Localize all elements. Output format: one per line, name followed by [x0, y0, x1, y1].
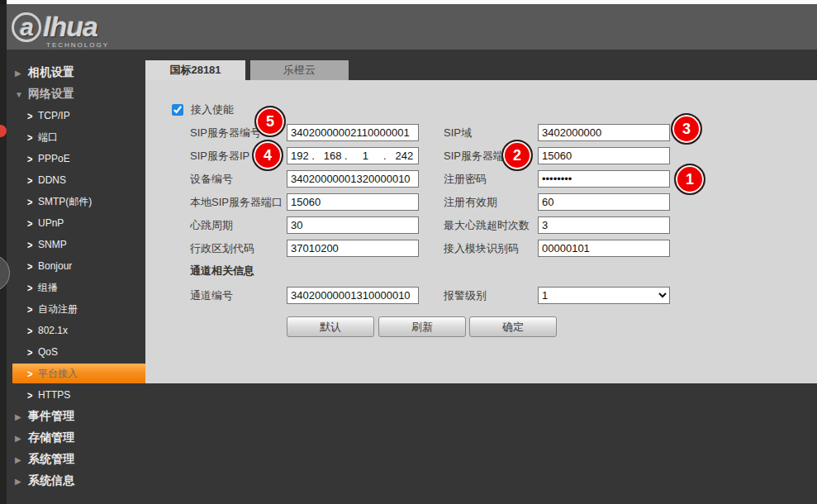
- local-sip-port-label: 本地SIP服务器端口: [190, 193, 283, 211]
- channel-form-row: 通道编号 报警级别 1: [145, 287, 817, 304]
- dahua-logo-text: alhua: [12, 11, 109, 43]
- sip-server-id-label: SIP服务器编号: [190, 124, 261, 141]
- sidebar-item-storage-management[interactable]: ▶ 存储管理: [0, 427, 145, 449]
- tab-gb28181[interactable]: 国标28181: [145, 60, 245, 80]
- expanded-triangle-icon: ▼: [15, 90, 28, 99]
- chevron-right-icon: >: [27, 260, 38, 272]
- channel-id-label: 通道编号: [190, 287, 233, 304]
- sidebar-item-camera-settings[interactable]: ▶ 相机设置: [0, 62, 145, 83]
- chevron-right-icon: >: [27, 389, 38, 401]
- max-heartbeat-timeout-input[interactable]: [538, 216, 670, 234]
- app-window: alhua TECHNOLOGY ▶ 相机设置 ▼ 网络设置 > TCP/IP …: [0, 0, 817, 504]
- access-enable-label: 接入使能: [191, 102, 234, 117]
- sip-server-id-input[interactable]: [287, 124, 419, 141]
- alarm-level-select[interactable]: 1: [538, 287, 670, 304]
- sip-server-port-input[interactable]: [538, 147, 670, 164]
- sidebar-item-system-info[interactable]: ▶ 系统信息: [0, 470, 145, 492]
- channel-info-section-title: 通道相关信息: [190, 264, 254, 278]
- register-validity-label: 注册有效期: [444, 193, 497, 211]
- chevron-right-icon: >: [27, 368, 38, 379]
- register-validity-input[interactable]: [538, 193, 670, 211]
- sidebar-item-system-management[interactable]: ▶ 系统管理: [0, 449, 145, 470]
- sidebar-item-tcpip[interactable]: > TCP/IP: [0, 105, 145, 126]
- collapsed-triangle-icon: ▶: [15, 69, 28, 78]
- chevron-right-icon: >: [27, 174, 38, 186]
- heartbeat-period-label: 心跳周期: [190, 216, 233, 234]
- header-bar: alhua TECHNOLOGY: [0, 4, 817, 50]
- access-enable-checkbox[interactable]: [172, 104, 183, 116]
- collapsed-triangle-icon: ▶: [15, 412, 28, 421]
- chevron-right-icon: >: [27, 282, 38, 293]
- sidebar-item-ddns[interactable]: > DDNS: [0, 169, 145, 191]
- chevron-right-icon: >: [27, 325, 38, 336]
- sip-domain-label: SIP域: [444, 124, 472, 141]
- tab-lechange-cloud[interactable]: 乐橙云: [250, 60, 349, 80]
- access-module-id-input[interactable]: [538, 240, 670, 257]
- admin-region-code-label: 行政区划代码: [190, 240, 254, 257]
- form-row: 心跳周期 最大心跳超时次数: [145, 216, 817, 234]
- sip-domain-input[interactable]: [538, 124, 670, 141]
- chevron-right-icon: >: [27, 239, 38, 250]
- sidebar-item-8021x[interactable]: > 802.1x: [0, 320, 145, 341]
- sidebar-item-platform-access[interactable]: > 平台接入: [12, 364, 145, 383]
- chevron-right-icon: >: [27, 131, 38, 143]
- chevron-right-icon: >: [27, 217, 38, 229]
- sidebar-menu: ▶ 相机设置 ▼ 网络设置 > TCP/IP > 端口 > PPPoE > DD…: [0, 62, 145, 492]
- collapsed-triangle-icon: ▶: [15, 434, 28, 443]
- sidebar-item-smtp[interactable]: > SMTP(邮件): [0, 191, 145, 212]
- chevron-right-icon: >: [27, 110, 38, 121]
- confirm-button[interactable]: 确定: [469, 316, 557, 337]
- dahua-logo-a-icon: a: [12, 12, 41, 42]
- annotation-badge-2: 2: [501, 140, 533, 171]
- chevron-right-icon: >: [27, 346, 38, 358]
- annotation-badge-4: 4: [252, 140, 283, 171]
- collapsed-triangle-icon: ▶: [15, 477, 28, 486]
- annotation-badge-5: 5: [254, 106, 286, 137]
- annotation-badge-1: 1: [674, 164, 705, 195]
- refresh-button[interactable]: 刷新: [378, 316, 466, 337]
- max-heartbeat-timeout-label: 最大心跳超时次数: [444, 216, 530, 234]
- dahua-logo: alhua TECHNOLOGY: [12, 11, 109, 49]
- sidebar-item-upnp[interactable]: > UPnP: [0, 212, 145, 234]
- sidebar-item-multicast[interactable]: > 组播: [0, 277, 145, 298]
- register-password-input[interactable]: [538, 170, 670, 188]
- alarm-level-label: 报警级别: [444, 287, 487, 304]
- form-row: 设备编号 注册密码: [145, 170, 817, 188]
- sidebar-item-https[interactable]: > HTTPS: [0, 384, 145, 406]
- collapsed-triangle-icon: ▶: [15, 455, 28, 464]
- form-row: SIP服务器IP SIP服务器端口: [145, 147, 817, 164]
- local-sip-port-input[interactable]: [287, 193, 419, 211]
- sip-server-ip-label: SIP服务器IP: [190, 147, 249, 164]
- access-enable-row: 接入使能: [172, 102, 234, 117]
- dahua-logo-subtitle: TECHNOLOGY: [46, 41, 109, 49]
- form-row: 本地SIP服务器端口 注册有效期: [145, 193, 817, 211]
- form-row: SIP服务器编号 SIP域: [145, 124, 817, 141]
- sip-server-ip-input[interactable]: [287, 147, 419, 164]
- chevron-right-icon: >: [27, 153, 38, 164]
- chevron-right-icon: >: [27, 303, 38, 315]
- register-password-label: 注册密码: [444, 170, 487, 188]
- sidebar-item-network-settings[interactable]: ▼ 网络设置: [0, 83, 145, 105]
- admin-region-code-input[interactable]: [287, 240, 419, 257]
- sidebar-item-port[interactable]: > 端口: [0, 126, 145, 148]
- channel-id-input[interactable]: [287, 287, 419, 304]
- sidebar-item-snmp[interactable]: > SNMP: [0, 234, 145, 255]
- sidebar-item-event-management[interactable]: ▶ 事件管理: [0, 406, 145, 427]
- sidebar-item-qos[interactable]: > QoS: [0, 341, 145, 363]
- sidebar-item-auto-register[interactable]: > 自动注册: [0, 298, 145, 320]
- tab-bar: 国标28181 乐橙云: [145, 60, 349, 80]
- access-module-id-label: 接入模块识别码: [444, 240, 519, 257]
- device-id-label: 设备编号: [190, 170, 233, 188]
- sidebar-item-pppoe[interactable]: > PPPoE: [0, 148, 145, 169]
- gb28181-form-panel: 接入使能 SIP服务器编号 SIP域 SIP服务器IP SIP服务器端口 设备编…: [145, 80, 817, 383]
- device-id-input[interactable]: [287, 170, 419, 188]
- chevron-right-icon: >: [27, 196, 38, 207]
- annotation-badge-3: 3: [671, 113, 702, 145]
- sidebar-item-bonjour[interactable]: > Bonjour: [0, 255, 145, 277]
- heartbeat-period-input[interactable]: [287, 216, 419, 234]
- form-row: 行政区划代码 接入模块识别码: [145, 240, 817, 257]
- default-button[interactable]: 默认: [287, 316, 374, 337]
